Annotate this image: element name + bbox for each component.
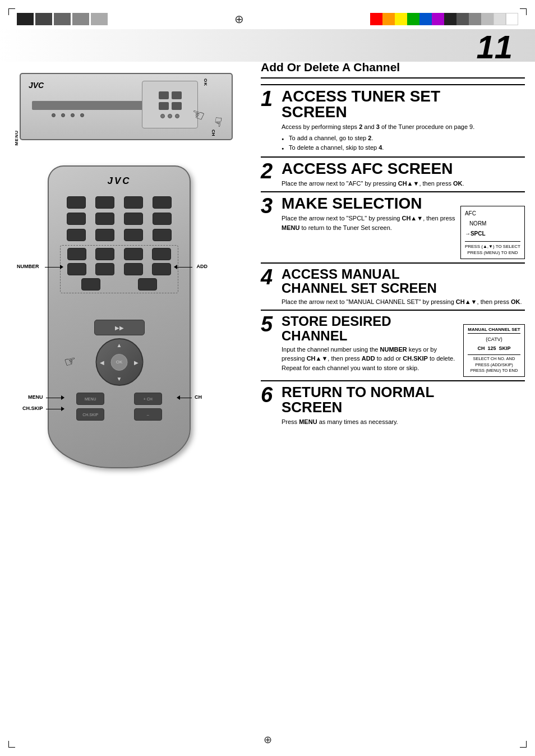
step-3-text: Place the arrow next to "SPCL" by pressi…	[282, 214, 457, 232]
page-number: 11	[476, 31, 513, 63]
step-4-number: 4	[261, 267, 279, 307]
step-4-heading: ACCESS MANUALCHANNEL SET SCREEN	[282, 267, 525, 295]
step-3-number: 3	[261, 196, 279, 259]
step-5-heading: STORE DESIRED CHANNEL	[282, 314, 460, 342]
vcr-ch-label: CH	[211, 130, 216, 136]
step-6-number: 6	[261, 385, 279, 427]
step-6: 6 RETURN TO NORMALSCREEN Press MENU as m…	[261, 380, 525, 430]
corner-mark-br2	[526, 741, 527, 748]
step-2-heading: ACCESS AFC SCREEN	[282, 161, 525, 177]
step-1: 1 ACCESS TUNER SETSCREEN Access by perfo…	[261, 84, 525, 156]
vcr-device: JVC OK CH	[14, 73, 233, 146]
step-2-number: 2	[261, 161, 279, 188]
main-title: Add Or Delete A Channel	[261, 61, 525, 79]
color-blocks-right	[370, 13, 518, 25]
vcr-brand: JVC	[29, 81, 44, 90]
afc-screen-mockup: AFC NORM →SPCL PRESS (▲,▼) TO SELECTPRES…	[460, 206, 525, 259]
top-bar: ⊕	[0, 10, 535, 28]
step-3: 3 MAKE SELECTION Place the arrow next to…	[261, 191, 525, 262]
corner-mark-tl	[8, 8, 15, 9]
step-5-number: 5	[261, 314, 279, 376]
remote-brand: JVC	[107, 176, 131, 187]
step-5-text: Input the channel number using the NUMBE…	[282, 345, 460, 373]
step-2-text: Place the arrow next to "AFC" by pressin…	[282, 179, 525, 188]
gradient-bar	[0, 29, 535, 62]
step-1-number: 1	[261, 89, 279, 153]
step-4-text: Place the arrow next to "MANUAL CHANNEL …	[282, 297, 525, 307]
remote-nav-circle: OK ▲ ▼ ◀ ▶	[95, 338, 143, 386]
step-1-bullets: ●To add a channel, go to step 2. ●To del…	[282, 133, 525, 153]
step-1-text: Access by performing steps 2 and 3 of th…	[282, 122, 525, 132]
step-5: 5 STORE DESIRED CHANNEL Input the channe…	[261, 310, 525, 380]
remote-container: JVC	[48, 165, 191, 468]
crosshair-bottom: ⊕	[264, 734, 272, 746]
remote-add-label: ADD	[197, 264, 208, 269]
remote-number-label: NUMBER	[17, 264, 39, 269]
step-6-text: Press MENU as many times as necessary.	[282, 417, 525, 427]
remote-ch-label: CH	[195, 394, 202, 400]
step-2: 2 ACCESS AFC SCREEN Place the arrow next…	[261, 156, 525, 192]
right-panel: Add Or Delete A Channel 1 ACCESS TUNER S…	[261, 61, 525, 430]
corner-mark-bl2	[8, 741, 9, 748]
vcr-ok-label: OK	[203, 79, 208, 86]
step-1-heading: ACCESS TUNER SETSCREEN	[282, 89, 525, 120]
remote-chskip-label: CH.SKIP	[22, 405, 43, 411]
black-blocks-left	[17, 13, 108, 25]
step-6-heading: RETURN TO NORMALSCREEN	[282, 385, 525, 416]
remote-menu-label: MENU	[28, 394, 43, 400]
corner-mark-bl	[8, 747, 15, 748]
step-4: 4 ACCESS MANUALCHANNEL SET SCREEN Place …	[261, 262, 525, 310]
vcr-menu-label: MENU	[14, 130, 19, 146]
manual-ch-screen-mockup: MANUAL CHANNEL SET (CATV) CH 125 SKIP SE…	[463, 324, 525, 376]
step-3-heading: MAKE SELECTION	[282, 196, 457, 211]
crosshair-top: ⊕	[108, 12, 370, 26]
